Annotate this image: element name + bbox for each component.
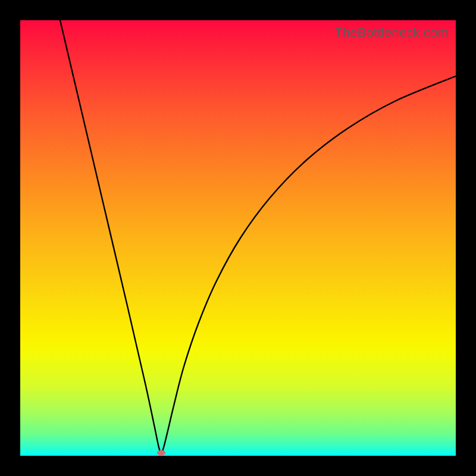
- chart-frame: TheBottleneck.com: [0, 0, 476, 476]
- bottleneck-curve: [20, 20, 456, 456]
- plot-area: TheBottleneck.com: [20, 20, 456, 456]
- minimum-marker: [157, 450, 165, 456]
